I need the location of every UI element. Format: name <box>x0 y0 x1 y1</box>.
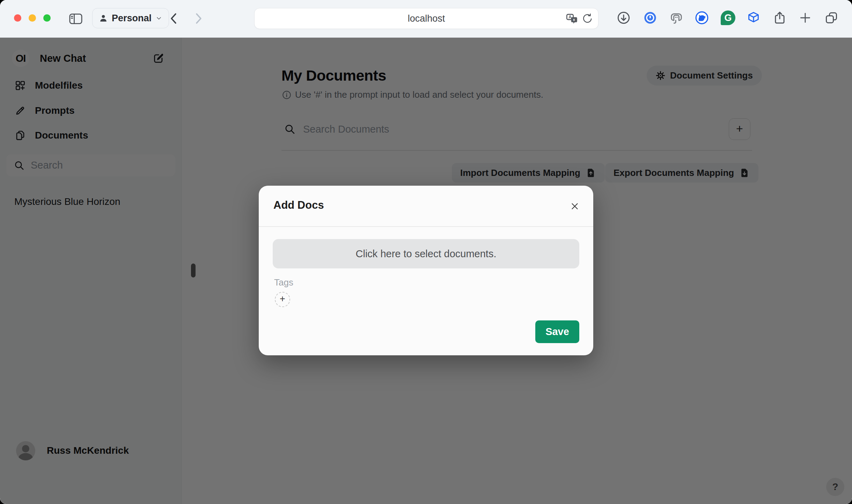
page-content: OI New Chat Modelfiles Prompts <box>0 38 852 504</box>
modal-title: Add Docs <box>273 199 324 212</box>
traffic-lights <box>14 14 51 22</box>
cube-extension-button[interactable] <box>746 10 762 26</box>
sidebar-toggle-icon <box>69 13 82 24</box>
select-documents-button[interactable]: Click here to select documents. <box>273 239 579 268</box>
close-modal-button[interactable] <box>567 198 583 214</box>
onepassword-icon <box>643 11 657 25</box>
person-icon <box>99 14 108 23</box>
modal-header: Add Docs <box>259 186 593 226</box>
elephant-icon <box>669 11 683 25</box>
bear-icon <box>695 11 709 25</box>
chevron-down-icon <box>155 15 162 22</box>
grammarly-extension-button[interactable]: G <box>720 10 736 26</box>
add-docs-modal: Add Docs Click here to select documents.… <box>259 186 593 355</box>
reload-button[interactable] <box>581 8 593 29</box>
chevron-left-icon <box>168 13 179 24</box>
back-button[interactable] <box>166 10 182 27</box>
elephant-extension-button[interactable] <box>668 10 684 26</box>
grammarly-icon: G <box>721 10 735 25</box>
save-button[interactable]: Save <box>535 320 579 343</box>
reload-icon <box>581 13 593 24</box>
zoom-window-button[interactable] <box>43 14 51 22</box>
share-button[interactable] <box>772 10 788 26</box>
minimize-window-button[interactable] <box>29 14 36 22</box>
browser-toolbar: Personal localhost Ax <box>0 0 852 38</box>
chevron-right-icon <box>193 13 204 24</box>
svg-text:x: x <box>573 17 575 22</box>
forward-button[interactable] <box>191 10 207 27</box>
browser-window: Personal localhost Ax <box>0 0 852 504</box>
download-circle-icon <box>617 11 631 25</box>
tags-label: Tags <box>274 277 293 288</box>
share-icon <box>773 11 787 25</box>
bear-extension-button[interactable] <box>694 10 710 26</box>
address-bar[interactable]: localhost Ax <box>254 8 598 29</box>
url-text: localhost <box>255 8 598 29</box>
tab-overview-button[interactable] <box>823 10 839 26</box>
profile-label: Personal <box>112 13 152 24</box>
cube-icon <box>747 11 761 25</box>
tab-overview-icon <box>824 11 838 25</box>
divider <box>259 226 593 227</box>
translate-icon: Ax <box>566 13 578 24</box>
profile-switcher[interactable]: Personal <box>92 8 169 28</box>
new-tab-button[interactable] <box>797 10 813 26</box>
plus-icon <box>799 11 812 24</box>
close-window-button[interactable] <box>14 14 21 22</box>
onepassword-extension-button[interactable] <box>642 10 658 26</box>
sidebar-toggle-button[interactable] <box>68 11 84 27</box>
close-icon <box>570 201 580 212</box>
add-tag-button[interactable]: + <box>275 292 290 307</box>
translate-button[interactable]: Ax <box>566 8 578 29</box>
downloads-button[interactable] <box>616 10 632 26</box>
